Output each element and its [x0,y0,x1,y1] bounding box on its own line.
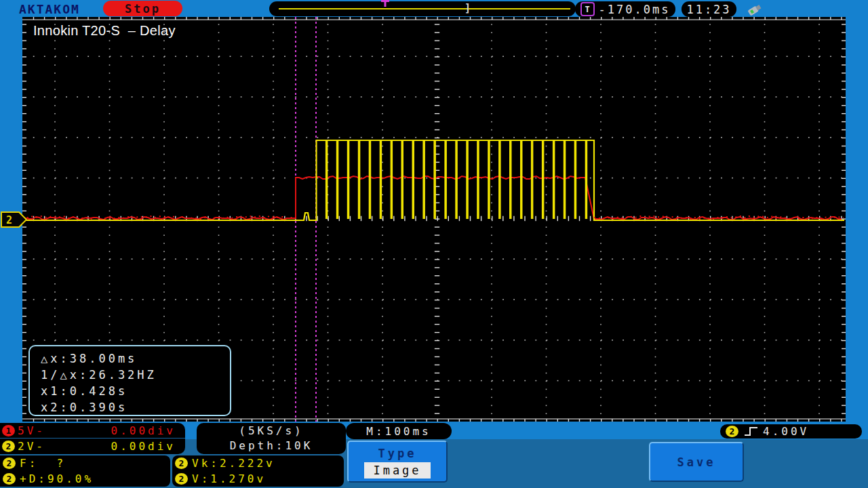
cursor-readout-box: △x:38.00ms 1/△x:26.32HZ x1:0.428s x2:0.3… [28,345,231,416]
ch1-scale: 5V- [18,424,45,437]
ch1-status-row: 1 5V- 0.00div [0,423,185,439]
meas-frequency-row: 2 F: ? [0,455,170,471]
meas-duty-badge: 2 [3,473,16,485]
meas-freq-value: F: ? [20,457,66,470]
meas-duty-value: +D:90.0% [20,472,94,485]
meas-duty-row: 2 +D:90.0% [0,471,170,487]
meas-v-badge: 2 [175,473,188,485]
meas-vk-row: 2 Vk:2.222v [172,455,344,471]
timebase-badge: M:100ms [346,423,452,439]
ch2-offset: 0.00div [111,440,176,453]
rising-edge-icon [744,426,759,437]
stop-button[interactable]: Stop [103,1,182,16]
cursor-x1-value: x1:0.428s [41,383,230,399]
acquisition-box: (5KS/s) Depth:10K [197,423,346,454]
trigger-level-value: 4.00V [763,425,809,438]
cursor-x2-value: x2:0.390s [41,399,230,415]
type-button-value: Image [364,462,431,479]
record-position-bar: ] [269,1,576,16]
save-button[interactable]: Save [649,442,744,482]
trigger-time-value: -170.0ms [599,3,671,16]
measurement-box-right: 2 Vk:2.222v 2 V:1.270v [172,455,344,487]
ch1-offset: 0.00div [111,424,176,437]
ch2-status-row: 2 2V- 0.00div [0,439,185,454]
oscilloscope-screen: { "top_bar": { "brand": "AKTAKOM", "stop… [0,0,868,488]
record-window-marker: ] [465,2,471,14]
meas-v-row: 2 V:1.270v [172,471,344,487]
ch1-badge: 1 [2,425,15,436]
meas-v-value: V:1.270v [192,472,266,485]
ch2-scale: 2V- [18,440,45,453]
meas-vk-value: Vk:2.222v [192,457,275,470]
channel-status-box: 1 5V- 0.00div 2 2V- 0.00div [0,423,185,454]
measurement-box-left: 2 F: ? 2 +D:90.0% [0,455,170,487]
ch2-level-marker: 2 [1,211,28,228]
clock-badge: 11:23 [682,1,736,17]
trigger-status-badge: 2 4.00V [720,424,862,439]
waveform-annotation: Innokin T20-S – Delay [33,23,176,39]
record-length-line [279,8,570,9]
trigger-time-badge: T -170.0ms [575,1,675,17]
sample-rate-label: (5KS/s) [239,424,303,439]
brand-logo: AKTAKOM [19,2,80,16]
trigger-position-icon [380,0,390,7]
cursor-freq-value: 1/△x:26.32HZ [41,367,230,383]
usb-icon [746,2,764,17]
meas-freq-badge: 2 [3,458,16,469]
scope-display: Innokin T20-S – Delay △x:38.00ms 1/△x:26… [22,17,846,422]
trigger-t-icon: T [580,2,595,16]
meas-vk-badge: 2 [175,458,188,469]
cursor-dx-value: △x:38.00ms [41,350,230,367]
svg-text:2: 2 [6,214,12,226]
ch2-badge: 2 [2,441,15,452]
trigger-channel-badge: 2 [726,426,738,437]
type-button-label: Type [349,447,446,460]
type-button[interactable]: Type Image [347,441,448,483]
memory-depth-label: Depth:10K [230,439,313,453]
